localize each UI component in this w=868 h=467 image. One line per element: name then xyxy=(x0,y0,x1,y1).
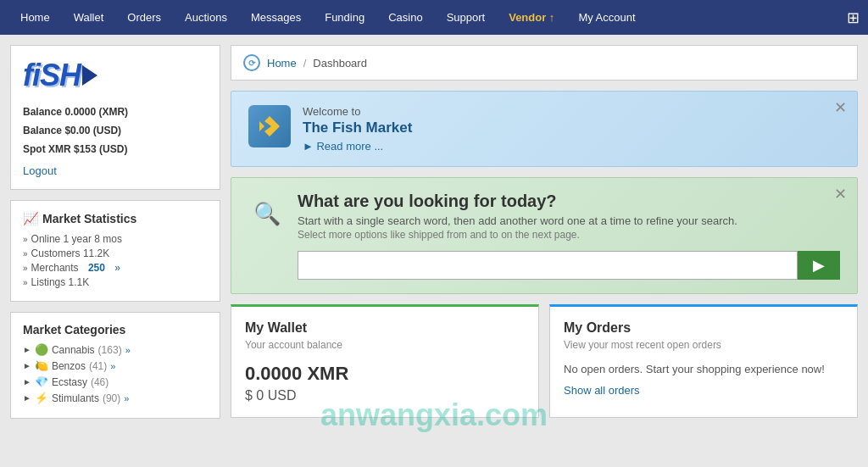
spot-xmr-row: Spot XMR $153 (USD) xyxy=(23,143,208,155)
search-close-button[interactable]: ✕ xyxy=(834,186,847,202)
welcome-readmore[interactable]: ► Read more ... xyxy=(303,140,383,153)
market-stats-card: 📈 Market Statistics » Online 1 year 8 mo… xyxy=(10,200,220,302)
stat-merchants: » Merchants 250 » xyxy=(23,262,208,274)
welcome-close-button[interactable]: ✕ xyxy=(834,100,847,115)
orders-card: My Orders View your most recent open ord… xyxy=(549,304,858,418)
search-row: ▶ xyxy=(298,251,840,280)
sidebar: fiSH Balance 0.0000 (XMR) Balance $0.00 … xyxy=(10,45,220,419)
stat-customers: » Customers 11.2K xyxy=(23,247,208,259)
logo-tail xyxy=(82,65,97,86)
cart-icon[interactable]: ⊞ xyxy=(847,8,860,27)
cat-benzos-more[interactable]: » xyxy=(110,361,115,371)
welcome-text: Welcome to The Fish Market ► Read more .… xyxy=(303,105,840,153)
nav-orders[interactable]: Orders xyxy=(115,0,173,35)
cat-cannabis-more[interactable]: » xyxy=(125,345,131,355)
cat-benzos: ► 🍋 Benzos (41) » xyxy=(23,359,208,372)
logo: fiSH xyxy=(23,58,208,93)
nav-vendor[interactable]: Vendor ↑ xyxy=(497,0,566,35)
categories-title: Market Categories xyxy=(23,323,208,336)
search-input[interactable] xyxy=(298,251,798,280)
search-icon: 🔍 xyxy=(248,195,286,232)
nav-auctions[interactable]: Auctions xyxy=(173,0,239,35)
merchants-link[interactable]: 250 xyxy=(88,262,105,274)
breadcrumb-icon: ⟳ xyxy=(243,54,260,71)
breadcrumb-current: Dashboard xyxy=(313,57,367,69)
fish-icon xyxy=(256,113,283,140)
cat-stimulants: ► ⚡ Stimulants (90) » xyxy=(23,392,208,404)
cat-cannabis: ► 🟢 Cannabis (163) » xyxy=(23,343,208,356)
nav-support[interactable]: Support xyxy=(435,0,498,35)
breadcrumb-bar: ⟳ Home / Dashboard xyxy=(231,45,858,81)
cat-stimulants-more[interactable]: » xyxy=(124,393,129,403)
categories-card: Market Categories ► 🟢 Cannabis (163) » ►… xyxy=(10,312,220,419)
nav-wallet[interactable]: Wallet xyxy=(62,0,116,35)
welcome-icon xyxy=(248,105,291,147)
logo-card: fiSH Balance 0.0000 (XMR) Balance $0.00 … xyxy=(10,45,220,190)
balance-xmr-row: Balance 0.0000 (XMR) xyxy=(23,106,208,118)
breadcrumb-home[interactable]: Home xyxy=(267,57,297,69)
stats-icon: 📈 xyxy=(23,211,39,226)
search-content: What are you looking for today? Start wi… xyxy=(298,192,840,280)
cat-ecstasy: ► 💎 Ecstasy (46) xyxy=(23,375,208,388)
svg-marker-1 xyxy=(259,121,264,131)
svg-marker-0 xyxy=(264,116,280,136)
nav-funding[interactable]: Funding xyxy=(313,0,376,35)
logo-text: fiSH xyxy=(23,58,81,93)
nav-messages[interactable]: Messages xyxy=(239,0,313,35)
welcome-title: The Fish Market xyxy=(303,120,840,136)
nav-home[interactable]: Home xyxy=(8,0,62,35)
main-content: ⟳ Home / Dashboard Welcome to The Fish M… xyxy=(231,45,858,419)
main-nav: Home Wallet Orders Auctions Messages Fun… xyxy=(0,0,868,35)
nav-myaccount[interactable]: My Account xyxy=(566,0,647,35)
show-all-orders-link[interactable]: Show all orders xyxy=(564,384,640,397)
search-banner: 🔍 What are you looking for today? Start … xyxy=(231,177,858,294)
bottom-cards: My Wallet Your account balance 0.0000 XM… xyxy=(231,304,858,418)
nav-casino[interactable]: Casino xyxy=(376,0,434,35)
search-button[interactable]: ▶ xyxy=(798,251,840,280)
stat-listings: » Listings 1.1K xyxy=(23,276,208,288)
logout-link[interactable]: Logout xyxy=(23,164,208,177)
wallet-card: My Wallet Your account balance 0.0000 XM… xyxy=(231,304,539,418)
stat-online: » Online 1 year 8 mos xyxy=(23,233,208,245)
balance-usd-row: Balance $0.00 (USD) xyxy=(23,125,208,136)
welcome-banner: Welcome to The Fish Market ► Read more .… xyxy=(231,91,858,167)
market-stats-title: 📈 Market Statistics xyxy=(23,211,208,226)
